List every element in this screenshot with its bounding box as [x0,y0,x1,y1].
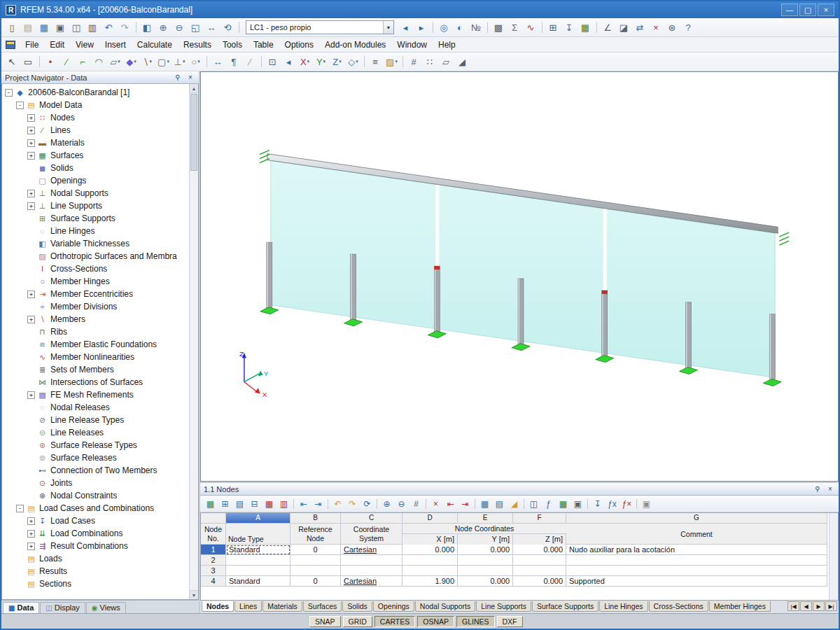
tree-expander[interactable]: + [27,542,35,550]
tree-expander[interactable]: + [27,114,35,122]
column-header-b[interactable]: B [290,513,341,524]
tree-item[interactable]: ▤ Sections [4,578,198,590]
tree-item[interactable]: ▤ Loads [4,552,198,565]
tree-expander[interactable]: + [27,530,35,538]
tree-expander[interactable]: + [27,316,35,323]
z-coordinate-cell[interactable]: 0.000 [513,545,566,555]
tree-item[interactable]: ⊗ Nodal Constraints [4,489,198,502]
maximize-button[interactable]: ▢ [799,4,816,16]
tree-item[interactable]: + ∷ Nodes [4,111,198,124]
tilt-plane-button[interactable]: ◢ [455,55,470,69]
tree-scrollbar[interactable]: ▲ ▼ [189,84,198,599]
tree-item[interactable]: ◌ Nodal Releases [4,401,198,414]
view-menu[interactable]: View [70,38,99,51]
expand-row-button[interactable]: ⊕ [380,497,393,510]
find-node-button[interactable]: ◎ [437,20,451,35]
y-coordinate-cell[interactable] [458,555,513,566]
table-minimize-button[interactable]: ⊟ [248,497,261,510]
glines-toggle[interactable]: GLINES [456,616,495,627]
next-table-tab-button[interactable]: ▶ [813,601,825,611]
edit-menu[interactable]: Edit [44,38,70,51]
table-tab-line-supports[interactable]: Line Supports [476,601,531,612]
paste-row-button[interactable]: ⇥ [458,497,472,510]
row-number-cell[interactable]: 2 [201,555,226,566]
row-number-cell[interactable]: 3 [201,566,226,576]
tree-item[interactable]: ⊘ Line Release Types [4,414,198,426]
calculator-button[interactable]: ▣ [571,497,584,510]
tree-expander[interactable]: - [16,505,24,512]
tree-item[interactable]: ○ Member Hinges [4,275,198,288]
new-arc-button[interactable]: ◠ [92,55,106,69]
column-header-e[interactable]: E [458,513,513,524]
copy-button[interactable]: ▥ [85,20,100,35]
tree-item[interactable]: ⊞ Surface Supports [4,212,198,225]
comment-cell[interactable] [566,555,827,566]
close-button[interactable]: × [818,4,834,16]
isometric-view-button[interactable]: ◇▾ [346,55,360,69]
model-3d-view[interactable]: Z Y X [201,72,838,481]
reference-node-cell[interactable]: 0 [290,545,341,555]
tree-item[interactable]: + ∖ Members [4,313,198,326]
measure-button[interactable]: ∠ [601,20,615,35]
tree-expander[interactable]: + [27,202,35,210]
work-plane-button[interactable]: ▱ [439,55,454,69]
redo-button[interactable]: ↷ [118,20,132,35]
tree-item[interactable]: ▤ Results [4,565,198,578]
tree-item[interactable]: + ▬ Materials [4,136,198,149]
previous-view-button[interactable]: ◂ [281,55,296,69]
table-view-button[interactable]: ▤ [233,497,246,510]
new-file-button[interactable]: ▯ [5,20,20,35]
prev-load-case-button[interactable]: ◂ [398,20,413,35]
tree-item[interactable]: ⊜ Surface Releases [4,451,198,464]
new-node-button[interactable]: • [43,55,58,69]
model-viewport[interactable]: Z Y X [200,71,839,482]
coordinate-system-cell[interactable] [341,555,402,566]
comment-cell[interactable]: Nudo auxiliar para la acotación [566,545,827,555]
cartes-toggle[interactable]: CARTES [374,616,415,627]
zoom-out-button[interactable]: ⊖ [172,20,187,35]
loads-button[interactable]: ↧ [562,20,577,35]
tab-display[interactable]: ◫ Display [40,602,85,613]
tree-expander[interactable]: + [27,391,35,399]
column-header-f[interactable]: F [513,513,566,524]
fx-button[interactable]: ƒx [606,497,619,510]
prev-table-tab-button[interactable]: ◀ [800,601,812,611]
node-type-cell[interactable] [226,566,290,576]
help-menu[interactable]: Help [433,38,461,51]
row-number-cell[interactable]: 1 [201,545,226,555]
tree-item[interactable]: - ◆ 200606-BalconBarandal [1] [4,86,198,99]
coordinate-system-cell[interactable]: Cartesian [341,576,402,587]
redo-table-button[interactable]: ↷ [346,497,359,510]
tree-item[interactable]: ◌ Line Hinges [4,225,198,237]
table-scrollbar[interactable] [829,513,838,600]
tree-item[interactable]: + ⇶ Result Combinations [4,540,198,552]
show-results-button[interactable]: ∿ [524,20,538,35]
next-load-case-button[interactable]: ▸ [414,20,429,35]
tree-item[interactable]: ◧ Variable Thicknesses [4,237,198,250]
tree-item[interactable]: ÷ Member Divisions [4,300,198,313]
table-filter-button[interactable]: ▦ [262,497,276,510]
delete-button[interactable]: × [649,20,664,35]
addon-modules-menu[interactable]: Add-on Modules [319,38,391,51]
tree-item[interactable]: + ↧ Load Cases [4,514,198,527]
comment-button[interactable]: ¶ [227,55,241,69]
dxf-toggle[interactable]: DXF [497,616,523,627]
table-menu[interactable]: Table [248,38,279,51]
table-tab-lines[interactable]: Lines [234,601,262,612]
units-button[interactable]: ↧ [591,497,604,510]
table-tab-surface-supports[interactable]: Surface Supports [532,601,598,612]
x-coordinate-cell[interactable] [402,555,458,566]
tree-expander[interactable]: - [16,102,24,109]
prev-table-button[interactable]: ⇤ [297,497,310,510]
osnap-toggle[interactable]: OSNAP [417,616,454,627]
tree-item[interactable]: + ⇥ Member Eccentricities [4,288,198,300]
numbering-button[interactable]: № [469,20,484,35]
rotate-view-button[interactable]: ⟲ [220,20,235,35]
tab-views[interactable]: ◉ Views [86,602,126,613]
tree-item[interactable]: + ▦ Surfaces [4,149,198,162]
tree-expander[interactable]: + [27,139,35,147]
fx-clear-button[interactable]: ƒ× [620,497,634,510]
undo-button[interactable]: ↶ [102,20,116,35]
window-menu[interactable]: Window [391,38,433,51]
calculate-all-button[interactable]: Σ [507,20,522,35]
